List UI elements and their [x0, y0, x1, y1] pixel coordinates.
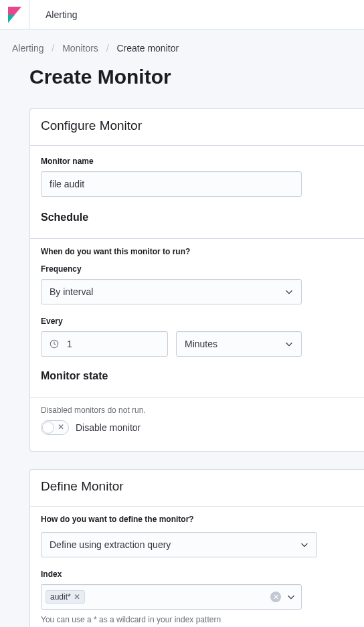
- breadcrumb: Alerting / Monitors / Create monitor: [11, 29, 364, 66]
- every-label: Every: [41, 317, 353, 326]
- define-method-select[interactable]: Define using extraction query: [41, 532, 317, 557]
- chevron-down-icon: [286, 592, 296, 602]
- configure-monitor-panel: Configure Monitor Monitor name Schedule …: [29, 108, 364, 452]
- toggle-knob: [42, 422, 54, 434]
- clear-all-icon[interactable]: ✕: [270, 592, 281, 602]
- every-unit-select[interactable]: Minutes: [176, 331, 302, 357]
- every-value-input[interactable]: 1: [41, 331, 168, 357]
- define-monitor-panel: Define Monitor How do you want to define…: [29, 469, 364, 627]
- frequency-label: Frequency: [41, 264, 353, 274]
- monitor-state-title: Monitor state: [41, 370, 353, 382]
- breadcrumb-separator: /: [106, 43, 109, 54]
- breadcrumb-separator: /: [52, 43, 54, 54]
- monitor-state-hint: Disabled monitors do not run.: [41, 406, 353, 415]
- define-method-value: Define using extraction query: [50, 539, 171, 550]
- page-title: Create Monitor: [11, 66, 364, 88]
- index-combo-box[interactable]: audit* ✕ ✕: [41, 584, 302, 610]
- clock-icon: [50, 339, 59, 349]
- disable-monitor-toggle-label: Disable monitor: [76, 422, 141, 433]
- configure-panel-header: Configure Monitor: [30, 109, 364, 146]
- define-prompt: How do you want to define the monitor?: [41, 515, 353, 524]
- index-pill-text: audit*: [50, 592, 71, 602]
- header-app-title: Alerting: [29, 9, 77, 20]
- kibana-logo-icon[interactable]: [0, 0, 29, 29]
- close-icon: ✕: [58, 422, 64, 432]
- every-value: 1: [67, 339, 72, 349]
- frequency-select[interactable]: By interval: [41, 279, 302, 304]
- define-panel-title: Define Monitor: [41, 479, 353, 494]
- monitor-name-input[interactable]: [41, 171, 302, 197]
- index-help-text: You can use a * as a wildcard in your in…: [41, 615, 353, 624]
- configure-panel-title: Configure Monitor: [41, 118, 353, 133]
- schedule-title: Schedule: [41, 211, 353, 223]
- index-pill[interactable]: audit* ✕: [46, 590, 85, 604]
- monitor-name-label: Monitor name: [41, 157, 353, 166]
- breadcrumb-link-monitors[interactable]: Monitors: [62, 43, 98, 54]
- every-unit-value: Minutes: [185, 339, 217, 349]
- top-header: Alerting: [0, 0, 364, 29]
- disable-monitor-toggle[interactable]: ✕: [41, 420, 69, 435]
- close-icon[interactable]: ✕: [74, 592, 80, 602]
- index-label: Index: [41, 569, 353, 579]
- breadcrumb-link-alerting[interactable]: Alerting: [12, 43, 43, 54]
- define-panel-header: Define Monitor: [30, 470, 364, 507]
- breadcrumb-current: Create monitor: [117, 43, 179, 54]
- schedule-prompt: When do you want this monitor to run?: [41, 247, 353, 256]
- frequency-value: By interval: [50, 286, 93, 297]
